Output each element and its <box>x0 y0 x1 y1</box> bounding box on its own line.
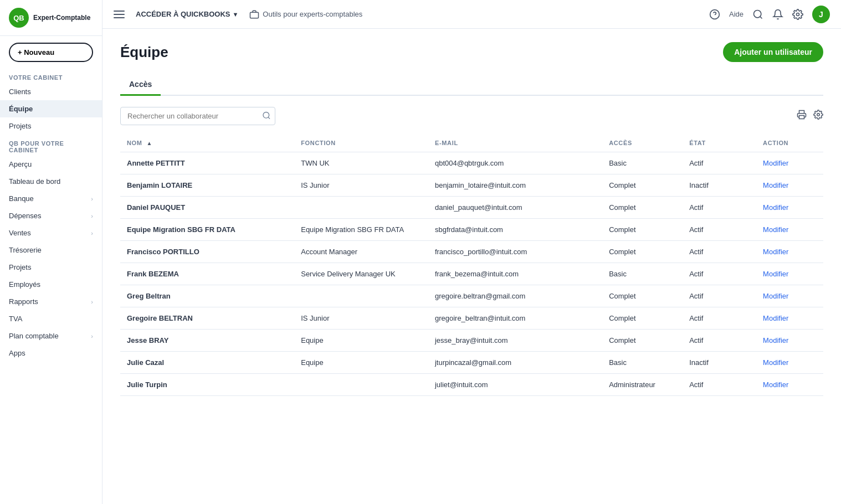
modifier-link[interactable]: Modifier <box>763 270 788 278</box>
sidebar-item-banque[interactable]: Banque › <box>0 190 102 207</box>
cell-etat: Actif <box>683 197 756 219</box>
svg-line-7 <box>268 117 270 119</box>
sidebar-item-tresorerie[interactable]: Trésorerie <box>0 241 102 259</box>
sidebar: QB Expert-Comptable + Nouveau VOTRE CABI… <box>0 0 102 504</box>
add-user-button[interactable]: Ajouter un utilisateur <box>723 42 823 62</box>
user-avatar[interactable]: J <box>812 6 830 23</box>
svg-rect-8 <box>799 116 804 119</box>
cell-email: gregoire.beltran@gmail.com <box>428 285 602 307</box>
sidebar-item-tableau-de-bord[interactable]: Tableau de bord <box>0 173 102 190</box>
quickbooks-brand-nav[interactable]: ACCÉDER À QUICKBOOKS ▼ <box>136 10 238 18</box>
modifier-link[interactable]: Modifier <box>763 336 788 344</box>
tab-acces[interactable]: Accès <box>120 75 161 96</box>
chevron-right-icon: › <box>91 213 93 219</box>
modifier-link[interactable]: Modifier <box>763 159 788 167</box>
help-icon[interactable] <box>709 9 720 20</box>
modifier-link[interactable]: Modifier <box>763 203 788 212</box>
sidebar-item-projets[interactable]: Projets <box>0 117 102 135</box>
cell-action[interactable]: Modifier <box>756 285 823 307</box>
sidebar-item-clients[interactable]: Clients <box>0 83 102 100</box>
tools-link[interactable]: Outils pour experts-comptables <box>249 9 362 19</box>
votre-cabinet-section-label: VOTRE CABINET <box>0 69 102 83</box>
cell-action[interactable]: Modifier <box>756 174 823 197</box>
cell-nom: Frank BEZEMA <box>120 263 294 285</box>
briefcase-icon <box>249 9 259 19</box>
modifier-link[interactable]: Modifier <box>763 292 788 300</box>
print-icon <box>797 110 807 120</box>
aide-label[interactable]: Aide <box>729 10 743 18</box>
sidebar-item-apps[interactable]: Apps <box>0 344 102 362</box>
settings-button[interactable] <box>813 110 823 122</box>
table-row: Gregoire BELTRAN IS Junior gregoire_belt… <box>120 307 823 330</box>
sidebar-item-employes[interactable]: Employés <box>0 276 102 293</box>
sidebar-item-equipe[interactable]: Équipe <box>0 100 102 117</box>
search-icon[interactable] <box>752 9 763 20</box>
sidebar-item-apercu[interactable]: Aperçu <box>0 156 102 173</box>
modifier-link[interactable]: Modifier <box>763 181 788 189</box>
cell-action[interactable]: Modifier <box>756 219 823 241</box>
table-row: Julie Cazal Equipe jturpincazal@gmail.co… <box>120 352 823 374</box>
col-header-action: ACTION <box>756 134 823 152</box>
table-row: Julie Turpin juliet@intuit.com Administr… <box>120 374 823 396</box>
cell-fonction: Equipe <box>294 352 428 374</box>
cell-fonction: IS Junior <box>294 307 428 330</box>
cell-nom: Julie Cazal <box>120 352 294 374</box>
print-button[interactable] <box>797 110 807 122</box>
table-row: Greg Beltran gregoire.beltran@gmail.com … <box>120 285 823 307</box>
table-row: Benjamin LOTAIRE IS Junior benjamin_lota… <box>120 174 823 197</box>
table-row: Daniel PAUQUET daniel_pauquet@intuit.com… <box>120 197 823 219</box>
modifier-link[interactable]: Modifier <box>763 358 788 367</box>
logo-text: Expert-Comptable <box>33 14 90 22</box>
cell-fonction: TWN UK <box>294 152 428 174</box>
cell-nom: Equipe Migration SBG FR DATA <box>120 219 294 241</box>
cell-nom: Francisco PORTILLO <box>120 241 294 263</box>
modifier-link[interactable]: Modifier <box>763 225 788 234</box>
hamburger-menu[interactable] <box>114 11 125 18</box>
search-button[interactable] <box>262 111 271 121</box>
chevron-right-icon: › <box>91 230 93 236</box>
topnav: ACCÉDER À QUICKBOOKS ▼ Outils pour exper… <box>102 0 841 29</box>
settings-icon[interactable] <box>792 9 803 20</box>
modifier-link[interactable]: Modifier <box>763 314 788 322</box>
col-header-acces: ACCÈS <box>602 134 683 152</box>
cell-email: jturpincazal@gmail.com <box>428 352 602 374</box>
cell-action[interactable]: Modifier <box>756 263 823 285</box>
cell-etat: Actif <box>683 285 756 307</box>
table-row: Frank BEZEMA Service Delivery Manager UK… <box>120 263 823 285</box>
cell-fonction <box>294 374 428 396</box>
sidebar-item-label: Dépenses <box>9 212 42 220</box>
cell-action[interactable]: Modifier <box>756 241 823 263</box>
cell-action[interactable]: Modifier <box>756 152 823 174</box>
svg-line-4 <box>760 16 762 18</box>
search-input[interactable] <box>120 107 275 125</box>
svg-point-9 <box>817 114 820 116</box>
modifier-link[interactable]: Modifier <box>763 248 788 256</box>
cell-action[interactable]: Modifier <box>756 374 823 396</box>
sidebar-item-depenses[interactable]: Dépenses › <box>0 207 102 224</box>
sidebar-item-projets2[interactable]: Projets <box>0 259 102 276</box>
cell-etat: Actif <box>683 307 756 330</box>
table-row: Annette PETTITT TWN UK qbt004@qbtrguk.co… <box>120 152 823 174</box>
cell-nom: Greg Beltran <box>120 285 294 307</box>
cell-fonction <box>294 197 428 219</box>
cell-acces: Basic <box>602 352 683 374</box>
toolbar <box>120 107 823 125</box>
sidebar-item-ventes[interactable]: Ventes › <box>0 224 102 241</box>
col-header-nom[interactable]: NOM ▲ <box>120 134 294 152</box>
svg-rect-0 <box>250 12 259 18</box>
sidebar-item-label: Banque <box>9 194 34 203</box>
sidebar-item-label: Trésorerie <box>9 246 42 254</box>
cell-etat: Inactif <box>683 174 756 197</box>
sidebar-item-rapports[interactable]: Rapports › <box>0 293 102 310</box>
cell-action[interactable]: Modifier <box>756 307 823 330</box>
cell-acces: Basic <box>602 152 683 174</box>
sidebar-item-plan-comptable[interactable]: Plan comptable › <box>0 327 102 344</box>
notifications-icon[interactable] <box>772 9 783 20</box>
cell-action[interactable]: Modifier <box>756 352 823 374</box>
sidebar-item-label: Plan comptable <box>9 332 59 340</box>
new-button[interactable]: + Nouveau <box>9 43 93 62</box>
cell-action[interactable]: Modifier <box>756 330 823 352</box>
modifier-link[interactable]: Modifier <box>763 380 788 389</box>
sidebar-item-tva[interactable]: TVA <box>0 310 102 327</box>
cell-action[interactable]: Modifier <box>756 197 823 219</box>
